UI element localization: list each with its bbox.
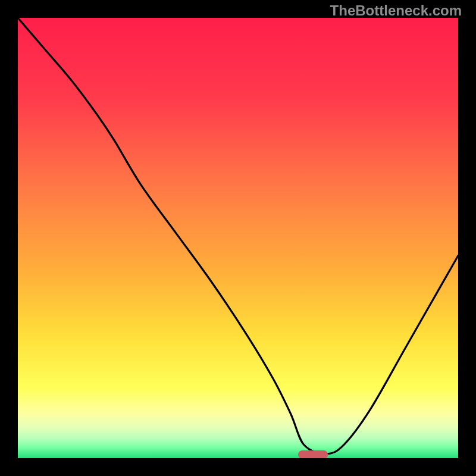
plot-area bbox=[18, 18, 458, 458]
watermark-text: TheBottleneck.com bbox=[330, 2, 462, 19]
bottleneck-curve bbox=[18, 18, 458, 458]
chart-frame: TheBottleneck.com bbox=[0, 0, 476, 476]
optimum-marker bbox=[298, 450, 328, 458]
